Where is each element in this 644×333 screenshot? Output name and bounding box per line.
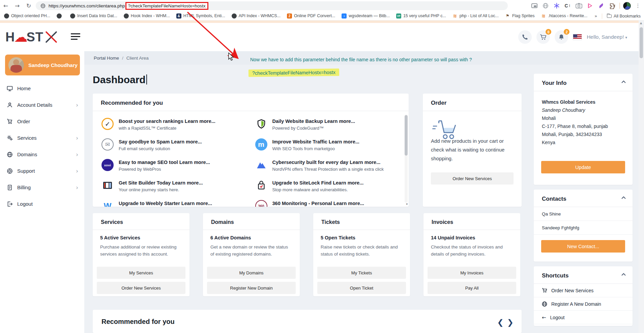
my-services-button[interactable]: My Services	[97, 267, 185, 279]
recommended-item[interactable]: Cybersecurity built for every day Learn …	[255, 159, 396, 172]
bookmark[interactable]	[57, 13, 64, 19]
recommended-item[interactable]: Daily Website Backup Learn more...Powere…	[255, 118, 396, 131]
update-button[interactable]: Update	[541, 161, 625, 173]
panel-scrollbar[interactable]	[405, 114, 408, 203]
globe-extension-icon[interactable]	[541, 2, 550, 10]
recommended-item[interactable]: Upgrade to SiteLock Find Learn more...St…	[255, 179, 396, 192]
extensions-puzzle-icon[interactable]	[608, 2, 616, 10]
url-text[interactable]: https://yourwhmcs.com/clientarea.php	[49, 3, 125, 8]
panel-scrollbar-thumb[interactable]	[405, 115, 408, 156]
contacts-title: Contacts	[534, 190, 633, 207]
recommended-item[interactable]: Upgrade to Weebly Starter Learn more...	[101, 200, 242, 207]
bookmark[interactable]: 15 very useful PHP c...	[396, 13, 446, 19]
pip-icon[interactable]	[530, 2, 538, 10]
camera-extension-icon[interactable]	[575, 2, 583, 10]
site-info-icon[interactable]	[40, 3, 46, 8]
sidebar-item-order[interactable]: Order	[0, 113, 84, 130]
scrollbar-thumb[interactable]	[640, 27, 643, 58]
feather-extension-icon[interactable]	[597, 2, 605, 10]
sidebar-item-domains[interactable]: Domains ›	[0, 146, 84, 163]
bookmark[interactable]: Flag Sprites	[505, 13, 535, 19]
my-invoices-button[interactable]: My Invoices	[428, 267, 516, 279]
bookmark[interactable]: .htaccess - Rewrite...	[541, 13, 588, 19]
forward-icon[interactable]: →	[11, 2, 23, 9]
carousel-next-icon[interactable]: ❯	[507, 319, 514, 326]
sidebar-item-billing[interactable]: Billing ›	[0, 179, 84, 196]
globe-favicon-icon	[70, 13, 75, 19]
hamburger-menu-icon[interactable]	[71, 33, 80, 41]
recommended-item[interactable]: Boost your search rankings Learn more...…	[101, 118, 242, 131]
bookmark[interactable]: HTML Symbols, Enti...	[176, 13, 225, 19]
panel-scroll-down-icon[interactable]: ▾	[406, 202, 408, 206]
new-contact-button[interactable]: New Contact...	[541, 240, 625, 253]
url-query-red-box[interactable]: ?checkTemplateFileNameHostx=hostx	[125, 2, 208, 10]
recommended-item[interactable]: Easy to manage SEO tool Learn more...Pow…	[101, 159, 242, 172]
bookmark[interactable]: php - List of All Loc...	[452, 13, 499, 19]
sidebar-item-home[interactable]: Home	[0, 80, 84, 97]
cart-button[interactable]: 0	[536, 30, 550, 44]
item-title[interactable]: Improve Website Traffic Learn more...	[272, 138, 359, 144]
phone-button[interactable]	[518, 30, 532, 44]
item-title[interactable]: Cybersecurity built for every day Learn …	[272, 159, 384, 165]
bookmark[interactable]: API Index - WHMCS...	[232, 13, 281, 19]
my-tickets-button[interactable]: My Tickets	[317, 267, 406, 279]
hostx-logo[interactable]: H ☁ ST	[5, 30, 57, 44]
reload-icon[interactable]: ↻	[23, 2, 34, 9]
recommended-item[interactable]: Say goodbye to Spam Learn more...Full em…	[101, 138, 242, 151]
notifications-button[interactable]: 2	[555, 30, 568, 44]
pay-all-button[interactable]: Pay All	[428, 282, 516, 294]
sidebar-item-logout[interactable]: Logout	[0, 196, 84, 212]
order-new-services-button[interactable]: Order New Services	[431, 172, 514, 185]
bookmark[interactable]: Insert Data Into Dat...	[70, 13, 117, 19]
sidebar-user-card[interactable]: Sandeep Choudhary	[5, 55, 80, 75]
all-bookmarks-button[interactable]: All Bookmarks	[607, 14, 641, 19]
item-title[interactable]: 360 Monitoring - Personal Learn more...	[272, 200, 364, 206]
register-new-domain-button[interactable]: Register New Domain	[207, 282, 296, 294]
sidebar-item-support[interactable]: Support ›	[0, 163, 84, 179]
contact-item[interactable]: Qa Shine	[534, 207, 633, 221]
shortcut-logout[interactable]: ← Logout	[534, 311, 633, 324]
item-title[interactable]: Easy to manage SEO tool Learn more...	[119, 159, 210, 165]
item-title[interactable]: Upgrade to Weebly Starter Learn more...	[119, 200, 212, 206]
collapse-chevron-up-icon[interactable]	[621, 196, 626, 199]
open-ticket-button[interactable]: Open Ticket	[317, 282, 406, 294]
recommended-item[interactable]: Improve Website Traffic Learn more...Wit…	[255, 138, 396, 151]
address-bar[interactable]: https://yourwhmcs.com/clientarea.php ?ch…	[36, 1, 508, 10]
breadcrumb-portal-home[interactable]: Portal Home	[94, 56, 119, 61]
invoices-card: Invoices 14 Unpaid Invoices Checkout the…	[423, 213, 520, 296]
recommended-item[interactable]: Get Site Builder Today Learn more...Your…	[101, 179, 242, 192]
bookmark[interactable]: wgsdevteam — Bitb...	[342, 13, 390, 19]
my-domains-button[interactable]: My Domains	[207, 267, 296, 279]
carousel-prev-icon[interactable]: ❮	[497, 319, 503, 326]
item-title[interactable]: Daily Website Backup Learn more...	[272, 118, 355, 124]
language-flag-us[interactable]	[573, 34, 582, 40]
sidebar-item-account-details[interactable]: Account Details ›	[0, 97, 84, 113]
recommended-item[interactable]: 360 Monitoring - Personal Learn more...	[255, 200, 396, 207]
account-menu[interactable]: Hello, Sandeep!▾	[587, 34, 627, 40]
services-card: Services 5 Active Services Purchase addi…	[93, 213, 189, 296]
browser-menu-icon[interactable]: ⋮	[634, 2, 642, 10]
collapse-chevron-up-icon[interactable]	[621, 80, 626, 83]
item-title[interactable]: Upgrade to SiteLock Find Learn more...	[272, 179, 364, 186]
bookmark[interactable]: Object oriented PH...	[4, 13, 50, 19]
profile-avatar[interactable]	[623, 2, 631, 10]
bookmark[interactable]: Online PDF Convert...	[287, 13, 335, 19]
back-icon[interactable]: ←	[0, 2, 11, 9]
bookmark[interactable]: Hook Index - WHM...	[124, 13, 170, 19]
browser-scrollbar[interactable]: ▲	[639, 21, 644, 333]
shortcut-register-new-domain[interactable]: Register A New Domain	[534, 297, 633, 311]
bookmarks-overflow-icon[interactable]: »	[594, 13, 597, 19]
scroll-up-icon[interactable]: ▲	[640, 22, 642, 25]
shortcut-order-new-services[interactable]: Order New Services	[534, 284, 633, 297]
colorzilla-extension-icon[interactable]: C	[564, 2, 572, 10]
snowflake-extension-icon[interactable]	[553, 2, 561, 10]
item-title[interactable]: Boost your search rankings Learn more...	[119, 118, 215, 124]
collapse-chevron-up-icon[interactable]	[621, 273, 626, 276]
lifering-icon	[7, 168, 13, 174]
contact-item[interactable]: Sandeep Fghfghfg	[534, 221, 633, 235]
item-title[interactable]: Say goodbye to Spam Learn more...	[119, 138, 202, 144]
sidebar-item-services[interactable]: Services ›	[0, 130, 84, 146]
item-title[interactable]: Get Site Builder Today Learn more...	[119, 179, 203, 186]
video-play-extension-icon[interactable]	[586, 2, 594, 10]
order-new-services-button[interactable]: Order New Services	[97, 282, 185, 294]
